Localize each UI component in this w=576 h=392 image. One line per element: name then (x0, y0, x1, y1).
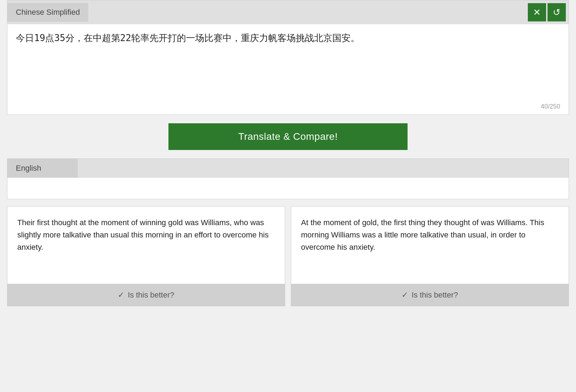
comparison-wrapper: Their first thought at the moment of win… (7, 206, 569, 306)
comparison-card-1: Their first thought at the moment of win… (7, 206, 285, 306)
char-count: 40/250 (7, 102, 569, 115)
checkmark-icon-2: ✓ (402, 290, 408, 300)
translate-compare-button[interactable]: Translate & Compare! (168, 123, 408, 150)
target-section: English (7, 158, 569, 199)
source-language-label: Chinese Simplified (7, 3, 88, 22)
card-text-1: Their first thought at the moment of win… (7, 207, 285, 284)
source-textarea[interactable]: 今日19点35分，在中超第22轮率先开打的一场比赛中，重庆力帆客场挑战北京国安。 (16, 31, 560, 94)
comparison-card-2: At the moment of gold, the first thing t… (291, 206, 569, 306)
source-section: Chinese Simplified ✕ ↺ 今日19点35分，在中超第22轮率… (7, 0, 569, 115)
is-better-label-2: Is this better? (411, 290, 458, 300)
source-header: Chinese Simplified ✕ ↺ (7, 0, 569, 24)
header-actions: ✕ ↺ (525, 0, 569, 24)
card-text-2: At the moment of gold, the first thing t… (291, 207, 569, 284)
close-icon: ✕ (533, 7, 541, 18)
reset-icon: ↺ (553, 7, 561, 18)
reset-button[interactable]: ↺ (548, 3, 566, 21)
target-content (7, 178, 569, 199)
target-language-label: English (7, 159, 78, 178)
is-better-button-1[interactable]: ✓ Is this better? (7, 284, 285, 306)
is-better-button-2[interactable]: ✓ Is this better? (291, 284, 569, 306)
translate-button-wrapper: Translate & Compare! (7, 123, 569, 150)
close-button[interactable]: ✕ (528, 3, 546, 21)
target-header: English (7, 159, 569, 178)
source-input-wrapper: 今日19点35分，在中超第22轮率先开打的一场比赛中，重庆力帆客场挑战北京国安。 (7, 24, 569, 102)
is-better-label-1: Is this better? (128, 290, 174, 300)
checkmark-icon-1: ✓ (118, 290, 124, 300)
